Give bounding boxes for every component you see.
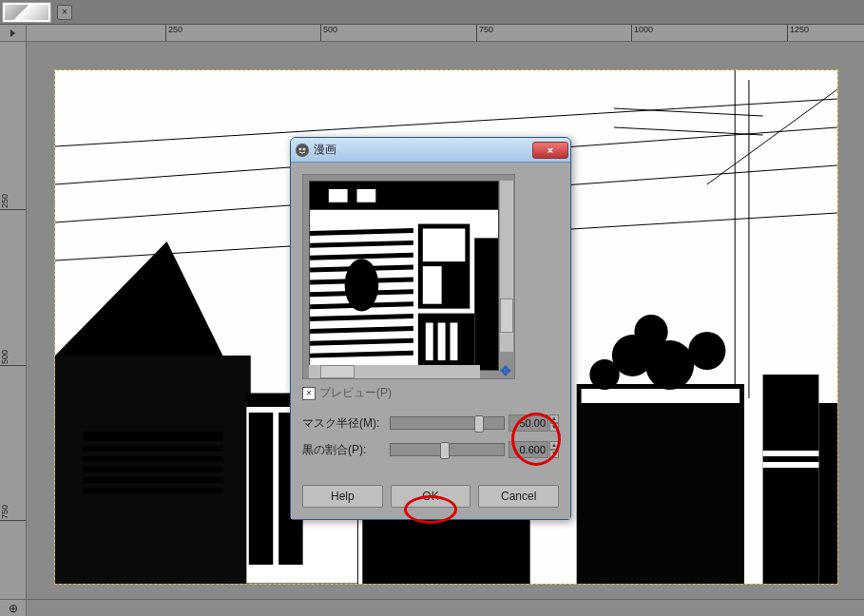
mask-radius-slider[interactable] (390, 416, 505, 430)
status-corner: ⊕ (0, 600, 27, 616)
spin-down-button[interactable]: ▼ (549, 423, 559, 432)
dialog-close-button[interactable]: × (532, 142, 568, 159)
cartoon-filter-dialog: 漫画 × (290, 137, 571, 520)
svg-point-38 (303, 147, 306, 150)
dialog-button-bar: Help OK Cancel (291, 477, 570, 519)
app-background: × 250 500 750 1000 1250 250 500 750 (0, 0, 864, 616)
gimp-icon (295, 143, 310, 158)
svg-rect-16 (83, 477, 222, 483)
ruler-h-tick: 500 (323, 25, 337, 34)
svg-rect-34 (763, 451, 819, 456)
svg-point-36 (296, 144, 309, 157)
mask-radius-input[interactable] (509, 414, 548, 432)
svg-rect-13 (83, 446, 222, 452)
svg-rect-20 (249, 413, 273, 565)
svg-rect-14 (83, 456, 222, 462)
svg-rect-33 (818, 403, 837, 584)
svg-rect-61 (426, 323, 433, 361)
svg-rect-41 (329, 189, 348, 202)
preview-artwork (310, 182, 498, 370)
slider-thumb[interactable] (474, 415, 484, 433)
slider-thumb[interactable] (440, 442, 450, 459)
preview-image (309, 181, 499, 371)
svg-rect-57 (423, 229, 466, 262)
thumbnail-strip: × (0, 0, 864, 25)
preview-panel[interactable]: ✥ (302, 174, 515, 379)
mask-radius-label: マスク半径(M): (302, 415, 390, 432)
svg-line-44 (310, 230, 413, 233)
spin-up-button[interactable]: ▲ (549, 414, 559, 423)
svg-rect-42 (357, 189, 376, 202)
svg-rect-59 (474, 238, 498, 370)
svg-rect-25 (577, 384, 744, 584)
vertical-ruler: 250 500 750 (0, 42, 27, 599)
preview-checkbox[interactable]: × (302, 387, 316, 400)
svg-line-51 (310, 317, 413, 319)
pct-black-slider[interactable] (390, 443, 505, 456)
pct-black-input[interactable] (509, 441, 548, 458)
horizontal-ruler: 250 500 750 1000 1250 (27, 25, 864, 42)
triangle-icon (10, 29, 15, 37)
crosshair-icon: ⊕ (9, 602, 18, 615)
ruler-h-tick: 1000 (634, 25, 653, 34)
svg-point-55 (345, 259, 379, 311)
svg-rect-58 (423, 266, 442, 304)
document-thumbnail[interactable] (2, 2, 51, 23)
svg-point-30 (634, 315, 667, 349)
svg-line-52 (310, 328, 413, 331)
dialog-body: ✥ × プレビュー(P) マスク半径(M): ▲ ▼ 黒の割合(P): (291, 163, 570, 477)
svg-point-31 (589, 359, 619, 390)
svg-line-53 (310, 340, 413, 343)
preview-scroll-thumb-vertical[interactable] (500, 298, 513, 333)
svg-point-29 (688, 332, 725, 370)
preview-toggle-row: × プレビュー(P) (302, 385, 559, 401)
ruler-v-tick: 750 (0, 505, 10, 519)
dialog-titlebar[interactable]: 漫画 × (291, 138, 570, 163)
ruler-h-tick: 1250 (790, 25, 809, 34)
ruler-h-tick: 250 (168, 25, 182, 34)
svg-rect-32 (763, 375, 819, 584)
svg-point-37 (299, 147, 302, 150)
close-thumbnail-button[interactable]: × (57, 5, 72, 20)
preview-scroll-thumb-horizontal[interactable] (320, 365, 355, 378)
svg-line-54 (310, 353, 413, 356)
cancel-button[interactable]: Cancel (478, 485, 559, 508)
svg-rect-12 (83, 432, 222, 441)
ruler-corner (0, 25, 27, 42)
svg-line-46 (310, 255, 413, 258)
svg-line-45 (310, 242, 413, 245)
mask-radius-row: マスク半径(M): ▲ ▼ (302, 414, 559, 432)
ruler-h-tick: 750 (479, 25, 493, 34)
spin-up-button[interactable]: ▲ (549, 441, 559, 450)
spin-down-button[interactable]: ▼ (549, 450, 559, 458)
ruler-v-tick: 500 (0, 350, 10, 364)
status-bar: ⊕ (0, 599, 864, 616)
svg-rect-62 (438, 323, 446, 361)
svg-rect-63 (451, 323, 458, 361)
preview-checkbox-label: プレビュー(P) (319, 385, 392, 401)
pct-black-row: 黒の割合(P): ▲ ▼ (302, 441, 559, 458)
close-icon: × (547, 144, 553, 156)
pct-black-spinner: ▲ ▼ (549, 441, 559, 458)
ok-button[interactable]: OK (391, 485, 471, 508)
svg-rect-17 (83, 488, 222, 493)
svg-rect-35 (763, 462, 819, 468)
svg-rect-26 (582, 389, 740, 403)
dialog-title: 漫画 (314, 142, 532, 158)
preview-pan-icon[interactable]: ✥ (499, 363, 512, 376)
help-button[interactable]: Help (302, 485, 383, 508)
ruler-v-tick: 250 (0, 194, 10, 208)
svg-rect-15 (83, 467, 222, 472)
pct-black-label: 黒の割合(P): (302, 442, 390, 458)
mask-radius-spinner: ▲ ▼ (549, 414, 559, 432)
